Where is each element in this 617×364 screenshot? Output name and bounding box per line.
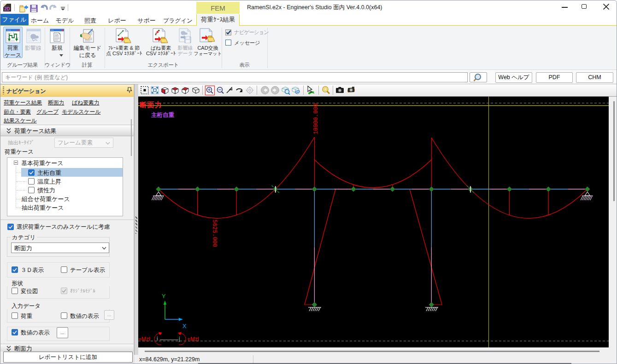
- svg-text:+Mzl: +Mzl: [187, 336, 199, 342]
- svg-text:i: i: [157, 335, 158, 342]
- svg-text:j: j: [178, 335, 180, 342]
- svg-text:10000.000: 10000.000: [313, 103, 319, 134]
- svg-text:X: X: [182, 323, 187, 329]
- svg-text:主桁自重: 主桁自重: [151, 112, 175, 118]
- svg-text:5625.000: 5625.000: [211, 220, 217, 247]
- svg-text:断面力: 断面力: [140, 101, 163, 109]
- svg-text:Y: Y: [162, 293, 166, 300]
- svg-text:+Mzl: +Mzl: [138, 336, 150, 342]
- svg-text:2D: 2D: [4, 6, 10, 12]
